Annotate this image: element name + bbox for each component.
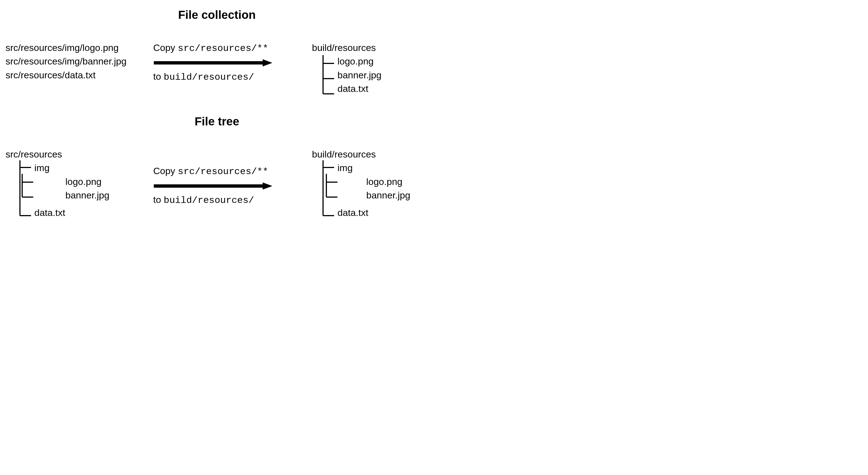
source-path: src/resources/img/banner.jpg (5, 55, 133, 68)
dest-file: data.txt (337, 82, 428, 96)
svg-marker-13 (262, 182, 272, 190)
source-path: src/resources/data.txt (5, 68, 133, 82)
dest-file: data.txt (337, 206, 428, 219)
src-file: data.txt (34, 206, 133, 219)
copy-to-line: to build/resources/ (153, 193, 254, 207)
dest-file: logo.png (366, 175, 428, 189)
src-file: banner.jpg (65, 189, 133, 202)
copy-glob: src/resources/** (178, 43, 268, 54)
dest-tree: build/resources img logo.png banner.jpg (312, 147, 428, 219)
to-label-prefix: to (153, 71, 164, 82)
to-path: build/resources/ (164, 195, 254, 206)
tree-connector-icon (320, 55, 348, 99)
copy-label-line: Copy src/resources/** (153, 164, 268, 178)
copy-to-line: to build/resources/ (153, 70, 254, 84)
dest-file: banner.jpg (366, 189, 428, 202)
source-path: src/resources/img/logo.png (5, 41, 133, 55)
source-tree: src/resources img logo.png banner.jpg (5, 147, 133, 219)
arrow-right-icon (153, 182, 272, 190)
copy-operation: Copy src/resources/** to build/resources… (153, 41, 292, 84)
copy-glob: src/resources/** (178, 166, 268, 177)
src-dir-img: img (34, 161, 133, 175)
copy-label-line: Copy src/resources/** (153, 41, 268, 55)
dest-root: build/resources (312, 41, 428, 55)
to-path: build/resources/ (164, 72, 254, 82)
tree-connector-icon (20, 174, 44, 207)
row-file-tree: src/resources img logo.png banner.jpg (5, 147, 428, 239)
diagram-root: File collection src/resources/img/logo.p… (0, 0, 434, 256)
title-file-tree: File tree (5, 115, 428, 128)
dest-tree-collection: build/resources logo.png banner.jpg data… (312, 41, 428, 96)
dest-file: banner.jpg (337, 68, 428, 82)
to-label-prefix: to (153, 194, 164, 205)
copy-operation: Copy src/resources/** to build/resources… (153, 164, 292, 208)
tree-connector-icon (323, 174, 348, 207)
arrow-right-icon (153, 59, 272, 67)
source-paths-list: src/resources/img/logo.png src/resources… (5, 41, 133, 82)
copy-label-prefix: Copy (153, 166, 178, 176)
row-file-collection: src/resources/img/logo.png src/resources… (5, 41, 428, 115)
dest-dir-img: img (337, 161, 428, 175)
dest-file: logo.png (337, 55, 428, 68)
src-file: logo.png (65, 175, 133, 189)
copy-label-prefix: Copy (153, 42, 178, 53)
svg-marker-1 (262, 59, 272, 66)
title-file-collection: File collection (5, 8, 428, 22)
dest-root: build/resources (312, 147, 428, 161)
src-root: src/resources (5, 147, 133, 161)
